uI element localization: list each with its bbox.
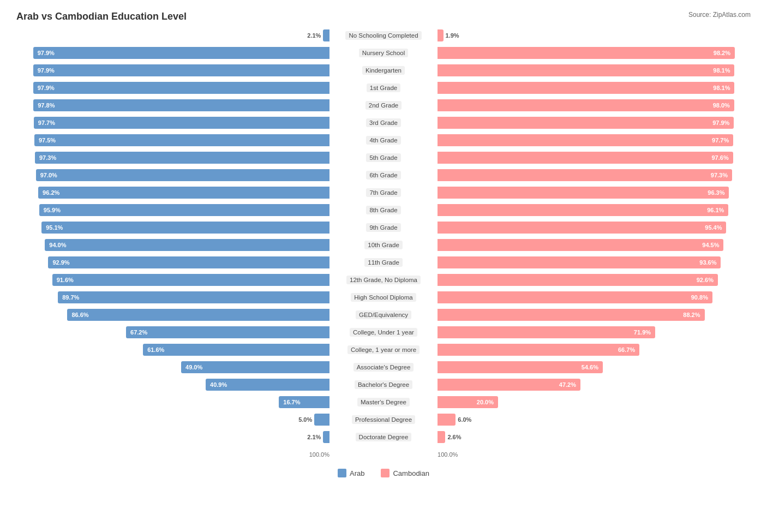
right-bar-area: 2.6% <box>438 431 751 443</box>
left-value: 95.1% <box>44 224 63 231</box>
chart-row: 67.2% College, Under 1 year 71.9% <box>16 325 751 340</box>
chart-row: 89.7% High School Diploma 90.8% <box>16 290 751 305</box>
axis-right-label: 100.0% <box>438 451 458 458</box>
right-bar-area: 97.7% <box>438 134 751 146</box>
right-bar-area: 97.3% <box>438 169 751 181</box>
right-bar: 94.5% <box>438 239 723 251</box>
left-value: 16.7% <box>281 399 300 405</box>
label-text: High School Diploma <box>351 293 416 302</box>
row-label: College, 1 year or more <box>329 346 438 353</box>
left-value: 97.0% <box>38 172 57 178</box>
left-value: 61.6% <box>145 346 164 353</box>
right-value: 97.7% <box>712 137 731 144</box>
axis-right: 100.0% <box>438 451 751 458</box>
right-value: 98.1% <box>713 67 732 74</box>
axis-left-label: 100.0% <box>309 451 329 458</box>
label-text: 9th Grade <box>366 223 400 232</box>
legend-arab-color <box>338 469 346 477</box>
label-text: 10th Grade <box>364 241 403 249</box>
left-bar-area: 91.6% <box>16 274 329 286</box>
chart-row: 97.8% 2nd Grade 98.0% <box>16 98 751 113</box>
legend-arab-label: Arab <box>350 469 364 477</box>
left-bar: 97.3% <box>35 152 329 164</box>
row-label: 8th Grade <box>329 207 438 213</box>
right-bar: 47.2% <box>438 379 580 391</box>
left-bar: 67.2% <box>126 326 329 338</box>
row-label: No Schooling Completed <box>329 32 438 39</box>
left-bar: 97.0% <box>36 169 329 181</box>
left-bar: 92.9% <box>48 256 329 268</box>
legend-cambodian: Cambodian <box>381 469 429 477</box>
right-bar-area: 1.9% <box>438 29 751 41</box>
right-bar: 96.3% <box>438 187 729 199</box>
right-bar: 54.6% <box>438 361 603 373</box>
right-value: 20.0% <box>477 399 496 405</box>
left-bar <box>323 431 329 443</box>
right-bar: 98.1% <box>438 64 734 76</box>
left-bar-area: 97.7% <box>16 117 329 129</box>
row-label: 11th Grade <box>329 259 438 266</box>
right-value: 98.0% <box>713 102 732 109</box>
row-label: Bachelor's Degree <box>329 381 438 388</box>
label-text: 4th Grade <box>366 136 400 145</box>
label-text: 2nd Grade <box>365 101 402 110</box>
right-bar-area: 54.6% <box>438 361 751 373</box>
left-bar-area: 89.7% <box>16 291 329 303</box>
right-value: 96.1% <box>707 207 726 213</box>
chart-row: 61.6% College, 1 year or more 66.7% <box>16 342 751 357</box>
label-text: College, 1 year or more <box>347 345 420 354</box>
chart-row: 95.1% 9th Grade 95.4% <box>16 220 751 235</box>
right-bar: 98.2% <box>438 47 735 59</box>
right-bar: 71.9% <box>438 326 655 338</box>
right-bar: 97.3% <box>438 169 732 181</box>
left-bar: 97.5% <box>34 134 329 146</box>
left-bar: 95.1% <box>41 222 329 234</box>
right-bar-area: 95.4% <box>438 222 751 234</box>
left-bar-area: 97.9% <box>16 64 329 76</box>
right-bar: 93.6% <box>438 256 721 268</box>
row-label: 6th Grade <box>329 172 438 178</box>
right-bar-area: 98.1% <box>438 82 751 94</box>
chart-row: 91.6% 12th Grade, No Diploma 92.6% <box>16 272 751 288</box>
right-value: 66.7% <box>618 346 637 353</box>
right-value: 6.0% <box>458 416 471 423</box>
right-bar: 97.7% <box>438 134 733 146</box>
right-bar: 20.0% <box>438 396 498 408</box>
label-text: GED/Equivalency <box>356 310 411 319</box>
chart-row: 49.0% Associate's Degree 54.6% <box>16 360 751 375</box>
left-bar-area: 97.9% <box>16 47 329 59</box>
left-bar-area: 95.9% <box>16 204 329 216</box>
label-text: Master's Degree <box>357 398 410 407</box>
row-label: 7th Grade <box>329 189 438 196</box>
chart-row: 97.5% 4th Grade 97.7% <box>16 133 751 148</box>
left-bar: 97.8% <box>33 99 329 111</box>
right-bar-area: 20.0% <box>438 396 751 408</box>
chart-row: 95.9% 8th Grade 96.1% <box>16 202 751 218</box>
left-bar: 61.6% <box>143 344 329 356</box>
left-bar: 97.9% <box>33 47 329 59</box>
left-bar-area: 16.7% <box>16 396 329 408</box>
left-bar: 16.7% <box>279 396 329 408</box>
left-bar <box>323 29 329 41</box>
label-text: Associate's Degree <box>353 363 414 372</box>
right-bar-area: 98.1% <box>438 64 751 76</box>
left-bar-area: 67.2% <box>16 326 329 338</box>
left-bar-area: 2.1% <box>16 431 329 443</box>
chart-row: 16.7% Master's Degree 20.0% <box>16 394 751 410</box>
right-bar-area: 66.7% <box>438 344 751 356</box>
right-bar-area: 47.2% <box>438 379 751 391</box>
left-bar: 94.0% <box>45 239 329 251</box>
legend: Arab Cambodian <box>16 469 751 477</box>
right-value: 96.3% <box>708 189 727 196</box>
right-bar-area: 96.1% <box>438 204 751 216</box>
chart-container: 2.1% No Schooling Completed 1.9% 97.9% <box>16 28 751 462</box>
right-bar <box>438 431 445 443</box>
left-value: 2.1% <box>307 434 321 440</box>
right-bar: 92.6% <box>438 274 718 286</box>
label-text: 11th Grade <box>364 258 403 267</box>
left-bar <box>314 414 329 426</box>
chart-title: Arab vs Cambodian Education Level <box>16 11 751 22</box>
row-label: 12th Grade, No Diploma <box>329 277 438 283</box>
right-value: 95.4% <box>705 224 724 231</box>
row-label: Doctorate Degree <box>329 434 438 440</box>
